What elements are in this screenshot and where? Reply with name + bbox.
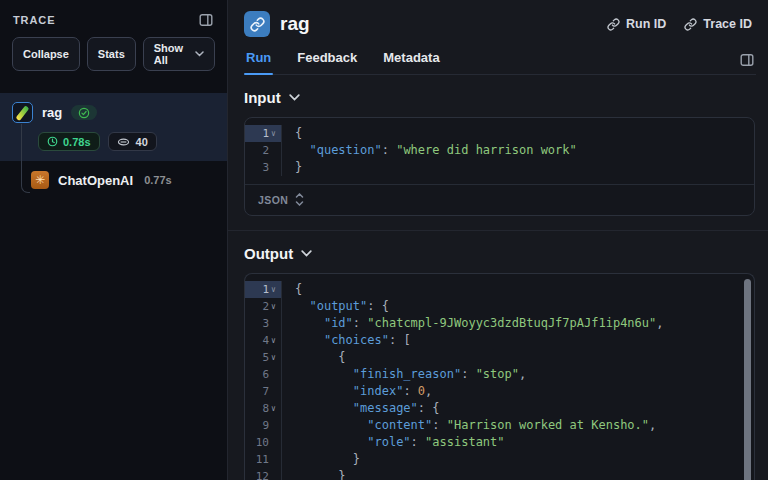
code-line: 2∨ "output": { bbox=[245, 298, 754, 315]
fold-chevron-icon[interactable]: ∨ bbox=[269, 298, 278, 315]
run-header: rag Run ID Trace ID bbox=[228, 0, 768, 75]
token-count-value: 40 bbox=[136, 136, 148, 148]
show-all-dropdown[interactable]: Show All bbox=[143, 37, 215, 71]
trace-id-label: Trace ID bbox=[703, 17, 752, 31]
node-label-rag: rag bbox=[42, 105, 62, 120]
input-code-box: 1∨{2 "question": "where did harrison wor… bbox=[244, 117, 755, 216]
line-gutter: 12 bbox=[245, 468, 282, 480]
tab-run[interactable]: Run bbox=[246, 50, 271, 74]
trace-id-link[interactable]: Trace ID bbox=[684, 17, 752, 31]
check-circle-icon bbox=[78, 107, 90, 119]
format-select-chevrons-icon[interactable] bbox=[295, 193, 304, 206]
line-gutter: 7 bbox=[245, 383, 282, 400]
code-line: 9 "content": "Harrison worked at Kensho.… bbox=[245, 417, 754, 434]
chevron-down-icon bbox=[289, 94, 300, 101]
trace-panel-title: TRACE bbox=[13, 14, 55, 26]
run-tabs: Run Feedback Metadata bbox=[244, 50, 756, 75]
code-line: 1∨{ bbox=[245, 125, 754, 142]
code-text: } bbox=[282, 468, 346, 480]
output-section-title: Output bbox=[244, 245, 293, 262]
run-detail-panel: rag Run ID Trace ID bbox=[228, 0, 768, 480]
input-format-bar: JSON bbox=[245, 184, 754, 215]
code-text: "content": "Harrison worked at Kensho.", bbox=[282, 417, 656, 434]
chevron-down-icon bbox=[195, 51, 204, 57]
output-editor[interactable]: 1∨{2∨ "output": {3 "id": "chatcmpl-9JWoy… bbox=[245, 274, 754, 480]
line-gutter: 4∨ bbox=[245, 332, 282, 349]
run-tree: rag 0.78s bbox=[0, 93, 227, 198]
stats-button-label: Stats bbox=[98, 48, 125, 60]
code-text: "choices": [ bbox=[282, 332, 411, 349]
code-text: "output": { bbox=[282, 298, 389, 315]
fold-chevron-icon[interactable]: ∨ bbox=[269, 400, 278, 417]
chatopenai-latency: 0.77s bbox=[144, 174, 172, 186]
code-line: 1∨{ bbox=[245, 281, 754, 298]
code-text: "role": "assistant" bbox=[282, 434, 505, 451]
code-text: "id": "chatcmpl-9JWoyyc3dzdBtuqJf7pAJf1i… bbox=[282, 315, 663, 332]
collapse-detail-panel-icon[interactable] bbox=[740, 53, 756, 74]
output-scrollbar[interactable] bbox=[744, 279, 751, 480]
code-line: 6 "finish_reason": "stop", bbox=[245, 366, 754, 383]
output-code-box: 1∨{2∨ "output": {3 "id": "chatcmpl-9JWoy… bbox=[244, 273, 755, 480]
input-section-title: Input bbox=[244, 89, 281, 106]
latency-value: 0.78s bbox=[63, 136, 91, 148]
tokens-icon bbox=[117, 137, 130, 147]
fold-chevron-icon[interactable]: ∨ bbox=[269, 332, 278, 349]
code-line: 2 "question": "where did harrison work" bbox=[245, 142, 754, 159]
code-line: 3 "id": "chatcmpl-9JWoyyc3dzdBtuqJf7pAJf… bbox=[245, 315, 754, 332]
input-section: Input 1∨{2 "question": "where did harris… bbox=[228, 75, 768, 230]
latency-badge: 0.78s bbox=[38, 132, 100, 151]
input-editor[interactable]: 1∨{2 "question": "where did harrison wor… bbox=[245, 118, 754, 184]
code-line: 4∨ "choices": [ bbox=[245, 332, 754, 349]
code-text: "index": 0, bbox=[282, 383, 432, 400]
output-section-header[interactable]: Output bbox=[244, 245, 755, 262]
chevron-down-icon bbox=[301, 250, 312, 257]
code-text: "message": { bbox=[282, 400, 440, 417]
code-text: } bbox=[282, 451, 360, 468]
collapse-panel-icon[interactable] bbox=[199, 13, 213, 27]
stats-button[interactable]: Stats bbox=[87, 37, 136, 71]
line-gutter: 11 bbox=[245, 451, 282, 468]
link-icon bbox=[684, 18, 697, 31]
code-text: { bbox=[282, 125, 302, 142]
sidebar-header: TRACE bbox=[0, 0, 227, 34]
input-section-header[interactable]: Input bbox=[244, 89, 755, 106]
fold-chevron-icon[interactable]: ∨ bbox=[269, 125, 278, 142]
token-count-badge: 40 bbox=[108, 132, 157, 151]
sidebar-toolbar: Collapse Stats Show All bbox=[0, 34, 227, 83]
line-gutter: 10 bbox=[245, 434, 282, 451]
fold-chevron-icon[interactable]: ∨ bbox=[269, 349, 278, 366]
success-status-badge bbox=[71, 105, 97, 120]
show-all-label: Show All bbox=[154, 42, 190, 66]
chain-link-icon bbox=[244, 11, 270, 37]
code-line: 11 } bbox=[245, 451, 754, 468]
collapse-button[interactable]: Collapse bbox=[12, 37, 80, 71]
tree-connector-line bbox=[21, 124, 30, 193]
line-gutter: 3 bbox=[245, 159, 282, 176]
line-gutter: 2∨ bbox=[245, 298, 282, 315]
run-id-link[interactable]: Run ID bbox=[607, 17, 666, 31]
line-gutter: 8∨ bbox=[245, 400, 282, 417]
openai-icon: ✳ bbox=[31, 171, 49, 189]
code-text: { bbox=[282, 349, 346, 366]
tree-node-rag[interactable]: rag 0.78s bbox=[0, 93, 227, 161]
line-gutter: 6 bbox=[245, 366, 282, 383]
code-text: "finish_reason": "stop", bbox=[282, 366, 526, 383]
line-gutter: 3 bbox=[245, 315, 282, 332]
line-gutter: 9 bbox=[245, 417, 282, 434]
output-section: Output 1∨{2∨ "output": {3 "id": "chatcmp… bbox=[228, 231, 768, 480]
fold-chevron-icon[interactable]: ∨ bbox=[269, 281, 278, 298]
tab-feedback[interactable]: Feedback bbox=[297, 50, 357, 74]
tree-node-chatopenai[interactable]: ✳ ChatOpenAI 0.77s bbox=[0, 161, 227, 198]
line-gutter: 1∨ bbox=[245, 281, 282, 298]
line-gutter: 1∨ bbox=[245, 125, 282, 142]
code-text: "question": "where did harrison work" bbox=[282, 142, 577, 159]
code-text: } bbox=[282, 159, 302, 176]
run-id-label: Run ID bbox=[626, 17, 666, 31]
page-title: rag bbox=[280, 13, 310, 35]
link-icon bbox=[607, 18, 620, 31]
format-select-label: JSON bbox=[258, 194, 288, 206]
run-content: Input 1∨{2 "question": "where did harris… bbox=[228, 75, 768, 480]
code-line: 5∨ { bbox=[245, 349, 754, 366]
tab-metadata[interactable]: Metadata bbox=[383, 50, 439, 74]
line-gutter: 2 bbox=[245, 142, 282, 159]
